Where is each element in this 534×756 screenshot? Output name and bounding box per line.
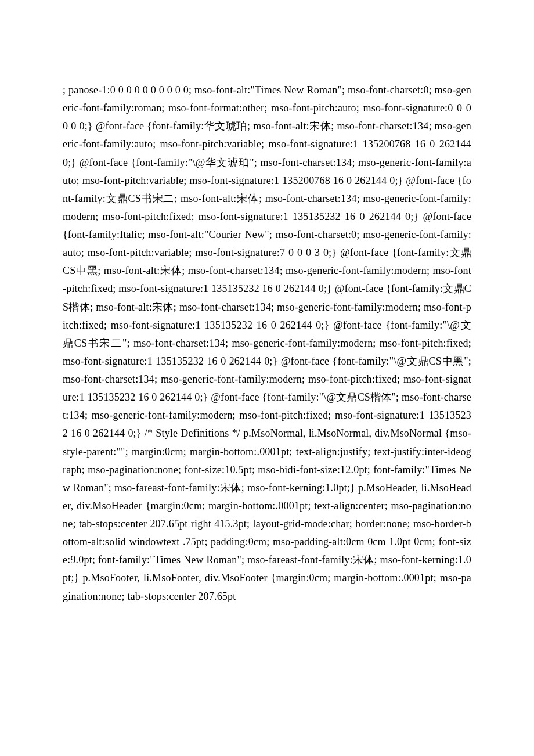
document-body-text: ; panose-1:0 0 0 0 0 0 0 0 0 0; mso-font… <box>63 81 471 606</box>
document-page: ; panose-1:0 0 0 0 0 0 0 0 0 0; mso-font… <box>0 0 534 756</box>
